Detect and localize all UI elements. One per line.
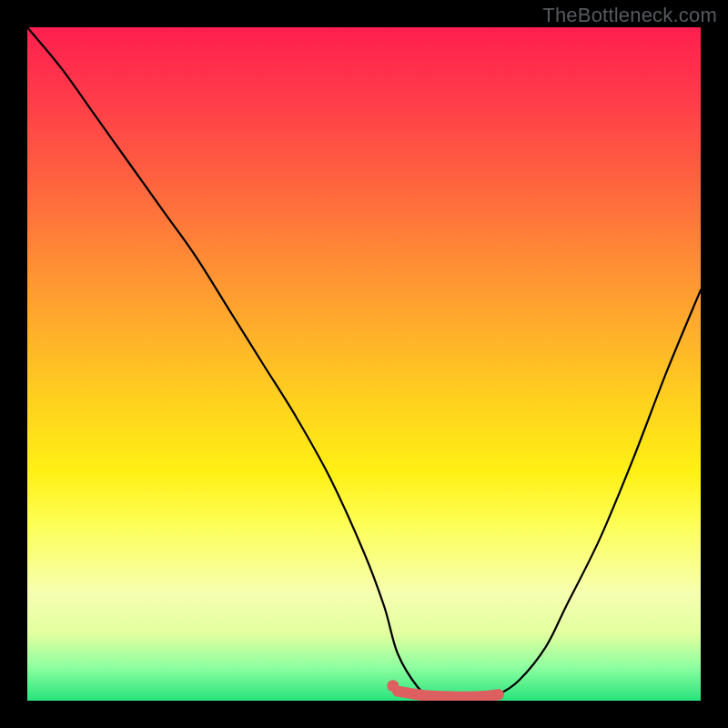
bottleneck-curve <box>27 27 701 698</box>
watermark-text: TheBottleneck.com <box>542 4 717 27</box>
curve-svg <box>27 27 701 701</box>
plot-area <box>27 27 701 701</box>
optimal-range-highlight <box>398 692 499 697</box>
chart-frame: TheBottleneck.com <box>0 0 728 728</box>
optimal-start-dot <box>387 680 399 692</box>
